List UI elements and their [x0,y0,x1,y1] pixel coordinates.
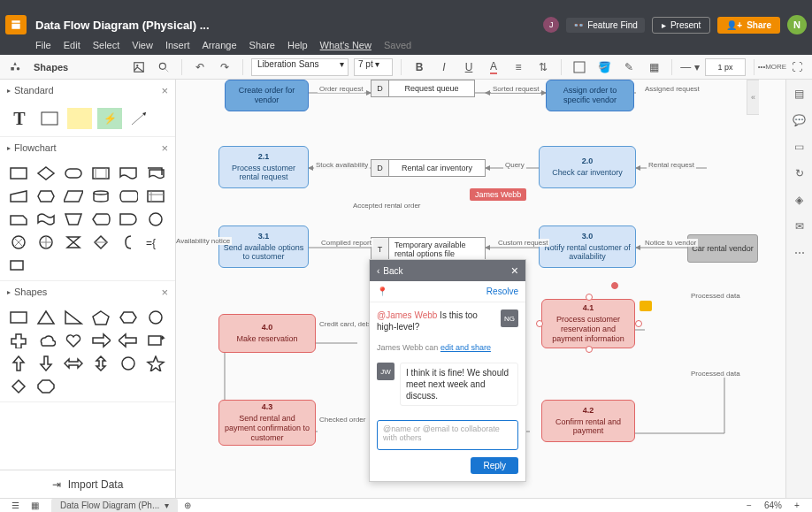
panel-standard[interactable]: ▸ Standard × [0,80,175,101]
import-data-button[interactable]: ⇥ Import Data [0,470,175,498]
rect-shape[interactable] [37,108,62,129]
fc-decision[interactable] [34,164,57,183]
fc-collate[interactable] [62,233,85,252]
sh-uparrow[interactable] [7,354,30,373]
rail-page-icon[interactable]: ▤ [791,85,808,103]
sh-larrow[interactable] [117,331,140,350]
datastore-inventory[interactable]: DRental car inventory [371,159,486,177]
menu-view[interactable]: View [132,40,153,50]
fc-database[interactable] [89,187,112,206]
sh-pentagon[interactable] [89,308,112,327]
underline-icon[interactable]: U [459,57,479,77]
arrow-shape[interactable] [127,108,152,129]
fc-display[interactable] [89,210,112,229]
node-create-order[interactable]: Create order for vendor [225,80,309,111]
collaborator-avatar[interactable]: J [543,17,559,33]
menu-file[interactable]: File [35,40,51,50]
close-icon[interactable]: × [161,84,168,97]
redo-icon[interactable]: ↷ [215,57,234,77]
fc-sumjunction[interactable] [7,233,30,252]
fc-predefined[interactable] [89,164,112,183]
fc-manual-input[interactable] [7,187,30,206]
selection-handle[interactable] [536,320,543,327]
close-icon[interactable]: × [161,286,168,299]
zoom-out-button[interactable]: − [739,496,759,513]
fontsize-select[interactable]: 7 pt ▾ [354,58,393,76]
node-2-1[interactable]: 2.1Process customer rental request [218,146,309,188]
fc-blank[interactable] [7,256,30,275]
sh-hexagon[interactable] [117,308,140,327]
list-view-icon[interactable]: ☰ [5,496,25,513]
align-icon[interactable]: ≡ [509,57,528,77]
feature-find-button[interactable]: 👓 Feature Find [566,18,645,33]
block-shape[interactable]: ⚡ [97,108,122,129]
fc-preparation[interactable] [34,187,57,206]
resolve-button[interactable]: Resolve [486,287,518,296]
sh-rect[interactable] [7,308,30,327]
rail-layers-icon[interactable]: ◈ [791,191,808,209]
sh-rarrow[interactable] [89,331,112,350]
selection-handle[interactable] [586,294,593,301]
rail-present-icon[interactable]: ▭ [791,138,808,156]
sh-rectout[interactable] [144,331,167,350]
fc-brace-eq[interactable]: ={ [144,233,167,252]
comment-indicator-icon[interactable] [640,301,652,311]
node-4-2[interactable]: 4.2Confirm rental and payment [541,400,635,442]
panel-flowchart[interactable]: ▸ Flowchart × [0,137,175,158]
datastore-request-queue[interactable]: DRequest queue [371,80,475,97]
fc-internal[interactable] [144,187,167,206]
fc-brace-l[interactable] [117,233,140,252]
sh-downarrow[interactable] [34,354,57,373]
shape-style-icon[interactable]: ▦ [644,57,663,77]
page-tab[interactable]: Data Flow Diagram (Ph...▾ [51,499,178,512]
pin-icon[interactable]: 📍 [377,287,387,296]
menu-select[interactable]: Select [93,40,120,50]
node-3-0[interactable]: 3.0Notify rental customer of availabilit… [539,225,636,268]
reply-button[interactable]: Reply [471,457,518,474]
sh-udarrow[interactable] [89,354,112,373]
node-4-3[interactable]: 4.3Send rental and payment confirmation … [218,400,316,446]
rail-history-icon[interactable]: ↻ [791,164,808,182]
bold-icon[interactable]: B [410,57,429,77]
menu-arrange[interactable]: Arrange [202,40,236,50]
present-button[interactable]: ▸ Present [652,17,710,34]
menu-edit[interactable]: Edit [64,40,80,50]
fill-icon[interactable] [570,57,589,77]
sh-triangle[interactable] [34,308,57,327]
perm-link[interactable]: edit and share [440,343,491,352]
comment-close-button[interactable]: × [511,264,518,278]
text-tool[interactable]: T [7,108,32,129]
more-button[interactable]: •••MORE [762,57,782,77]
fc-document[interactable] [117,164,140,183]
fc-tape[interactable] [34,210,57,229]
fc-sort[interactable] [89,233,112,252]
sh-octagon[interactable] [34,377,57,396]
selection-handle[interactable] [586,346,593,353]
sh-cloud[interactable] [34,331,57,350]
user-avatar[interactable]: N [787,15,807,34]
node-assign-order[interactable]: Assign order to specific vendor [546,80,634,111]
share-button[interactable]: 👤+ Share [717,17,780,34]
menu-share[interactable]: Share [249,40,275,50]
note-shape[interactable] [67,108,92,129]
menu-insert[interactable]: Insert [165,40,190,50]
sh-heart[interactable] [62,331,85,350]
close-icon[interactable]: × [161,141,168,155]
rotate-handle[interactable] [611,282,618,289]
zoom-in-button[interactable]: + [787,496,807,513]
line-spacing-icon[interactable]: ⇅ [533,57,553,77]
fc-multidoc[interactable] [144,164,167,183]
bucket-icon[interactable]: 🪣 [594,57,614,77]
node-3-1[interactable]: 3.1Send available options to customer [218,225,309,268]
sh-diamond[interactable] [7,377,30,396]
undo-icon[interactable]: ↶ [190,57,210,77]
comment-input[interactable]: @name or @email to collaborate with othe… [377,420,518,450]
italic-icon[interactable]: I [434,57,454,77]
line-width-select[interactable]: 1 px [705,58,746,76]
menu-whatsnew[interactable]: What's New [320,40,372,50]
grid-view-icon[interactable]: ▦ [25,496,44,513]
fullscreen-icon[interactable]: ⛶ [787,57,807,77]
node-4-0[interactable]: 4.0Make reservation [218,314,316,353]
node-4-1[interactable]: 4.1Process customer reservation and paym… [541,299,635,348]
app-logo[interactable] [5,15,27,34]
